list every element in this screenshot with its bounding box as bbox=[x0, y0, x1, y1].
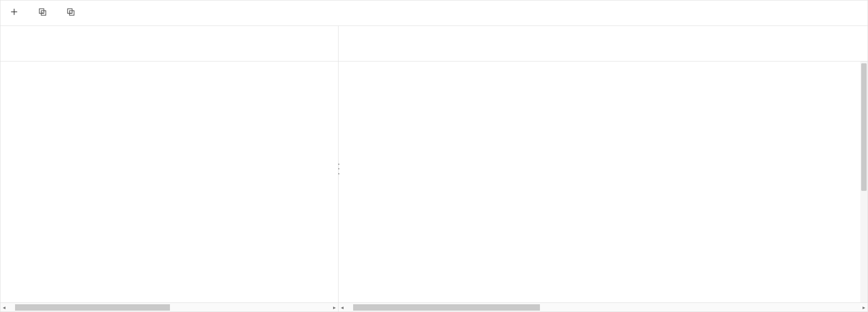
expand-icon bbox=[38, 7, 47, 19]
collapse-icon bbox=[66, 7, 75, 19]
plus-icon bbox=[10, 7, 19, 19]
toolbar bbox=[0, 0, 868, 26]
grid-hscroll[interactable]: ◂ ▸ bbox=[0, 302, 338, 312]
grid-header bbox=[0, 26, 338, 61]
scroll-track[interactable] bbox=[15, 304, 324, 311]
split-container: ◂ ▸ ◂ ▸ bbox=[0, 26, 868, 312]
tree-grid: ◂ ▸ bbox=[0, 26, 339, 312]
add-button[interactable] bbox=[6, 5, 26, 21]
grid-body bbox=[0, 61, 338, 302]
svg-rect-0 bbox=[39, 9, 44, 13]
expand-all-button[interactable] bbox=[34, 5, 54, 21]
scroll-left-icon[interactable]: ◂ bbox=[339, 304, 346, 311]
timeline-body[interactable] bbox=[339, 61, 868, 302]
collapse-all-button[interactable] bbox=[62, 5, 82, 21]
svg-rect-2 bbox=[67, 9, 72, 13]
timeline-header bbox=[339, 26, 868, 61]
timeline-weeks bbox=[339, 26, 868, 44]
scroll-right-icon[interactable]: ▸ bbox=[860, 304, 868, 311]
gantt-component: ◂ ▸ ◂ ▸ bbox=[0, 0, 868, 312]
timeline-panel: ◂ ▸ bbox=[339, 26, 868, 312]
timeline-days bbox=[339, 44, 868, 61]
scroll-thumb[interactable] bbox=[353, 304, 540, 311]
timeline-hscroll[interactable]: ◂ ▸ bbox=[339, 302, 868, 312]
scroll-right-icon[interactable]: ▸ bbox=[331, 304, 338, 311]
scroll-track[interactable] bbox=[353, 304, 853, 311]
scroll-left-icon[interactable]: ◂ bbox=[0, 304, 8, 311]
scroll-thumb[interactable] bbox=[15, 304, 170, 311]
vscroll-thumb[interactable] bbox=[861, 63, 867, 191]
timeline-vscroll[interactable] bbox=[860, 61, 868, 302]
